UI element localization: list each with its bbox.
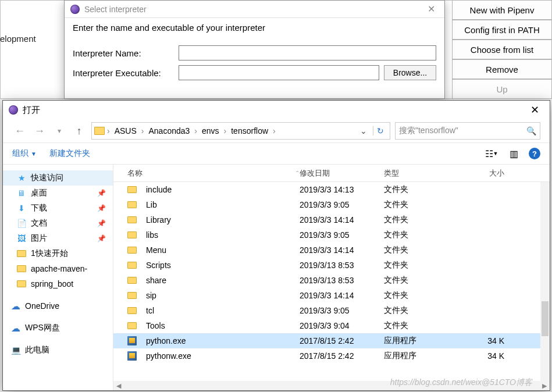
interpreter-prompt: Enter the name and executable of your in… — [65, 18, 444, 37]
chevron-right-icon[interactable]: › — [224, 126, 227, 136]
scroll-left-icon[interactable]: ◀ — [115, 382, 123, 390]
breadcrumb-seg2[interactable]: Anaconda3 — [146, 125, 192, 137]
file-row[interactable]: Tools2019/3/3 9:04文件夹 — [113, 318, 550, 333]
sidebar-folder2[interactable]: apache-maven- — [3, 261, 113, 276]
file-row[interactable]: Scripts2019/3/13 8:53文件夹 — [113, 258, 550, 273]
file-row[interactable]: python.exe2017/8/15 2:42应用程序34 K — [113, 333, 550, 348]
file-type-cell: 文件夹 — [384, 230, 468, 240]
config-first-in-path-button[interactable]: Config first in PATH — [452, 20, 552, 40]
file-name-cell: tcl — [113, 306, 300, 315]
file-list-header: 名称⌃ 修改日期 类型 大小 — [113, 165, 550, 182]
remove-button[interactable]: Remove — [452, 59, 552, 79]
organize-menu[interactable]: 组织▼ — [12, 148, 37, 159]
file-row[interactable]: include2019/3/3 14:13文件夹 — [113, 182, 550, 197]
scroll-right-icon[interactable]: ▶ — [540, 382, 549, 390]
file-name-cell: Menu — [113, 245, 300, 255]
chevron-right-icon[interactable]: › — [107, 126, 110, 136]
file-date-cell: 2019/3/13 8:53 — [300, 276, 384, 285]
picture-icon: 🖼 — [17, 234, 26, 243]
file-type-cell: 文件夹 — [384, 184, 468, 195]
exe-icon — [127, 351, 137, 361]
sidebar-downloads[interactable]: ⬇下载📌 — [3, 201, 113, 216]
sidebar-documents[interactable]: 📄文档📌 — [3, 216, 113, 231]
file-row[interactable]: Library2019/3/3 14:14文件夹 — [113, 212, 550, 227]
file-row[interactable]: Lib2019/3/3 9:05文件夹 — [113, 197, 550, 212]
star-icon: ★ — [17, 173, 26, 183]
file-row[interactable]: tcl2019/3/3 9:05文件夹 — [113, 303, 550, 318]
file-type-cell: 文件夹 — [384, 275, 468, 286]
breadcrumb-seg3[interactable]: envs — [200, 125, 222, 137]
file-rows-container: include2019/3/3 14:13文件夹Lib2019/3/3 9:05… — [113, 182, 550, 364]
scrollbar-thumb[interactable] — [542, 301, 549, 336]
search-input[interactable]: 搜索"tensorflow" 🔍 — [395, 122, 540, 140]
sort-indicator-icon: ⌃ — [295, 170, 300, 176]
pin-icon: 📌 — [97, 204, 106, 212]
file-size-cell: 34 K — [468, 336, 509, 345]
file-date-cell: 2019/3/3 9:05 — [300, 306, 384, 315]
chevron-right-icon[interactable]: › — [194, 126, 197, 136]
breadcrumb-seg4[interactable]: tensorflow — [229, 125, 270, 137]
choose-from-list-button[interactable]: Choose from list — [452, 40, 552, 59]
vertical-scrollbar[interactable] — [540, 182, 550, 381]
view-mode-icon[interactable]: ☷ ▼ — [485, 148, 498, 159]
file-row[interactable]: pythonw.exe2017/8/15 2:42应用程序34 K — [113, 348, 550, 364]
col-date-header[interactable]: 修改日期 — [300, 168, 384, 179]
cloud-icon: ☁ — [11, 323, 20, 333]
address-bar[interactable]: › ASUS › Anaconda3 › envs › tensorflow ›… — [91, 122, 390, 140]
file-name-cell: include — [113, 185, 300, 194]
folder-icon — [127, 216, 137, 223]
address-row: ← → ▾ ↑ › ASUS › Anaconda3 › envs › tens… — [3, 119, 550, 142]
sidebar-onedrive[interactable]: ☁OneDrive — [3, 298, 113, 313]
folder-icon — [127, 247, 137, 254]
new-with-pipenv-button[interactable]: New with Pipenv — [452, 0, 552, 20]
browse-button[interactable]: Browse... — [384, 65, 436, 80]
folder-icon — [127, 262, 137, 269]
file-date-cell: 2019/3/13 8:53 — [300, 261, 384, 270]
address-dropdown-icon[interactable]: ⌄ — [357, 126, 371, 136]
file-name-cell: Library — [113, 215, 300, 224]
nav-up-icon[interactable]: ↑ — [72, 123, 87, 138]
col-type-header[interactable]: 类型 — [384, 168, 468, 179]
file-row[interactable]: libs2019/3/3 9:05文件夹 — [113, 227, 550, 243]
sidebar-this-pc[interactable]: 💻此电脑 — [3, 343, 113, 358]
file-row[interactable]: Menu2019/3/3 14:14文件夹 — [113, 243, 550, 258]
sidebar-wps[interactable]: ☁WPS网盘 — [3, 320, 113, 336]
new-folder-button[interactable]: 新建文件夹 — [49, 148, 90, 159]
file-name-cell: share — [113, 276, 300, 285]
file-type-cell: 文件夹 — [384, 245, 468, 255]
file-date-cell: 2019/3/3 9:05 — [300, 200, 384, 209]
interpreter-executable-label: Interpreter Executable: — [73, 68, 179, 78]
close-icon[interactable]: ✕ — [424, 3, 439, 15]
col-name-header[interactable]: 名称⌃ — [113, 168, 300, 179]
interpreter-name-input[interactable] — [179, 45, 436, 60]
breadcrumb-seg1[interactable]: ASUS — [112, 125, 139, 137]
nav-back-icon[interactable]: ← — [12, 123, 27, 138]
interpreter-executable-input[interactable] — [179, 65, 379, 80]
folder-icon — [17, 250, 26, 257]
interpreter-dialog-title: Select interpreter — [84, 5, 424, 14]
col-size-header[interactable]: 大小 — [468, 168, 509, 179]
preview-pane-icon[interactable]: ▥ — [507, 148, 521, 159]
help-icon[interactable]: ? — [529, 148, 540, 159]
sidebar-desktop[interactable]: 🖥桌面📌 — [3, 186, 113, 201]
file-row[interactable]: share2019/3/13 8:53文件夹 — [113, 273, 550, 288]
refresh-icon[interactable]: ↻ — [373, 126, 387, 136]
horizontal-scrollbar[interactable]: ◀ ▶ — [113, 381, 550, 390]
sidebar-quick-access[interactable]: ★快速访问 — [3, 170, 113, 186]
chevron-right-icon[interactable]: › — [141, 126, 144, 136]
close-icon[interactable]: ✕ — [526, 104, 544, 116]
chevron-right-icon[interactable]: › — [273, 126, 276, 136]
up-button[interactable]: Up — [452, 79, 552, 99]
sidebar-folder3[interactable]: spring_boot — [3, 276, 113, 291]
sidebar-pictures[interactable]: 🖼图片📌 — [3, 231, 113, 246]
pin-icon: 📌 — [97, 189, 106, 197]
file-type-cell: 文件夹 — [384, 260, 468, 270]
exe-icon — [127, 336, 137, 345]
nav-recent-icon[interactable]: ▾ — [52, 123, 67, 138]
file-row[interactable]: sip2019/3/3 14:14文件夹 — [113, 288, 550, 303]
file-name-cell: Scripts — [113, 261, 300, 270]
file-open-dialog: 打开 ✕ ← → ▾ ↑ › ASUS › Anaconda3 › envs ›… — [2, 100, 550, 391]
nav-forward-icon[interactable]: → — [32, 123, 47, 138]
sidebar-folder1[interactable]: 1快速开始 — [3, 246, 113, 261]
pin-icon: 📌 — [97, 234, 106, 243]
